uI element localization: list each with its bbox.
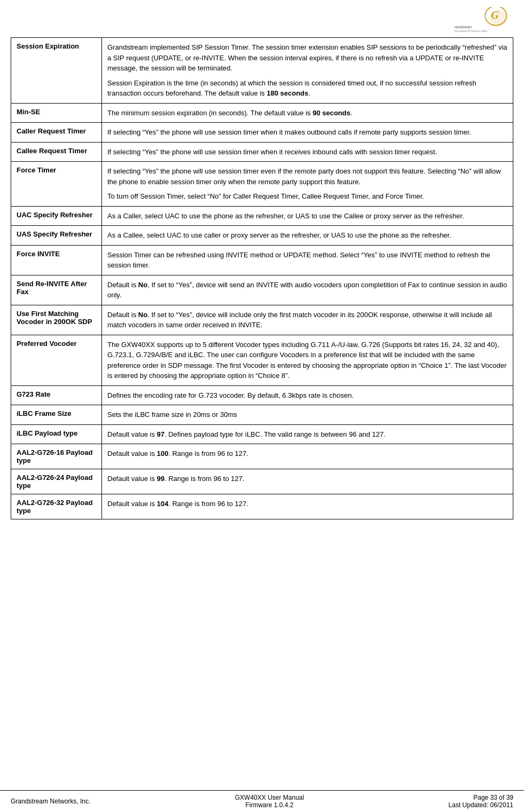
- table-row: UAS Specify RefresherAs a Callee, select…: [11, 226, 513, 246]
- table-row: Caller Request TimerIf selecting “Yes” t…: [11, 123, 513, 143]
- content-area: Session ExpirationGrandstream implemente…: [0, 37, 524, 785]
- row-label: UAS Specify Refresher: [11, 226, 102, 246]
- row-description: The minimum session expiration (in secon…: [102, 103, 513, 123]
- table-row: Force INVITESession Timer can be refresh…: [11, 245, 513, 275]
- page-wrapper: G randstream Innovative IP Voice & Video…: [0, 0, 524, 812]
- footer-manual: GXW40XX User Manual: [235, 794, 304, 801]
- description-paragraph: Default is No. If set to “Yes”, device w…: [107, 310, 507, 330]
- row-label: iLBC Frame Size: [11, 405, 102, 425]
- table-row: Callee Request TimerIf selecting “Yes” t…: [11, 142, 513, 162]
- row-label: Send Re-INVITE After Fax: [11, 275, 102, 305]
- table-row: AAL2-G726-32 Payload typeDefault value i…: [11, 494, 513, 519]
- table-row: iLBC Payload typeDefault value is 97. De…: [11, 424, 513, 444]
- footer-last-updated: Last Updated: 06/2011: [449, 801, 513, 809]
- row-description: Defines the encoding rate for G.723 voco…: [102, 385, 513, 405]
- row-label: Use First Matching Vocoder in 200OK SDP: [11, 305, 102, 335]
- row-description: If selecting “Yes” the phone will use se…: [102, 162, 513, 207]
- footer-page: Page 33 of 39: [449, 794, 513, 801]
- svg-text:G: G: [491, 9, 499, 20]
- row-description: Grandstream implemented SIP Session Time…: [102, 38, 513, 104]
- row-label: Force Timer: [11, 162, 102, 207]
- row-label: iLBC Payload type: [11, 424, 102, 444]
- table-row: iLBC Frame SizeSets the iLBC frame size …: [11, 405, 513, 425]
- description-paragraph: If selecting “Yes” the phone will use se…: [107, 127, 507, 138]
- description-paragraph: Default value is 104. Range is from 96 t…: [107, 499, 507, 509]
- description-paragraph: As a Caller, select UAC to use the phone…: [107, 211, 507, 222]
- row-label: G723 Rate: [11, 385, 102, 405]
- description-paragraph: If selecting “Yes” the phone will use se…: [107, 166, 507, 187]
- description-paragraph: Default value is 99. Range is from 96 to…: [107, 474, 507, 484]
- table-row: AAL2-G726-24 Payload typeDefault value i…: [11, 469, 513, 494]
- table-row: Preferred VocoderThe GXW40XX supports up…: [11, 335, 513, 385]
- table-row: Use First Matching Vocoder in 200OK SDPD…: [11, 305, 513, 335]
- svg-text:Innovative IP Voice & Video: Innovative IP Voice & Video: [455, 29, 487, 33]
- row-description: As a Callee, select UAC to use caller or…: [102, 226, 513, 246]
- table-row: Force TimerIf selecting “Yes” the phone …: [11, 162, 513, 207]
- description-paragraph: As a Callee, select UAC to use caller or…: [107, 230, 507, 241]
- footer-center: GXW40XX User Manual Firmware 1.0.4.2: [235, 794, 304, 809]
- row-label: AAL2-G726-24 Payload type: [11, 469, 102, 494]
- table-row: UAC Specify RefresherAs a Caller, select…: [11, 206, 513, 226]
- description-paragraph: Sets the iLBC frame size in 20ms or 30ms: [107, 409, 507, 420]
- table-row: G723 RateDefines the encoding rate for G…: [11, 385, 513, 405]
- table-row: Session ExpirationGrandstream implemente…: [11, 38, 513, 104]
- row-description: Sets the iLBC frame size in 20ms or 30ms: [102, 405, 513, 425]
- row-description: If selecting “Yes” the phone will use se…: [102, 123, 513, 143]
- description-paragraph: Default is No, If set to “Yes”, device w…: [107, 280, 507, 301]
- grandstream-logo: G randstream Innovative IP Voice & Video: [452, 7, 511, 34]
- description-paragraph: Grandstream implemented SIP Session Time…: [107, 42, 507, 74]
- row-label: Caller Request Timer: [11, 123, 102, 143]
- description-paragraph: Default value is 97. Defines payload typ…: [107, 429, 507, 440]
- description-paragraph: The minimum session expiration (in secon…: [107, 108, 507, 119]
- row-description: Default value is 104. Range is from 96 t…: [102, 494, 513, 519]
- row-label: Preferred Vocoder: [11, 335, 102, 385]
- row-label: Session Expiration: [11, 38, 102, 104]
- footer-company: Grandstream Networks, Inc.: [11, 798, 90, 805]
- description-paragraph: If selecting “Yes” the phone will use se…: [107, 147, 507, 157]
- logo-area: G randstream Innovative IP Voice & Video: [449, 5, 513, 35]
- row-description: Default is No. If set to “Yes”, device w…: [102, 305, 513, 335]
- footer-right: Page 33 of 39 Last Updated: 06/2011: [449, 794, 513, 809]
- table-row: Min-SEThe minimum session expiration (in…: [11, 103, 513, 123]
- row-label: Callee Request Timer: [11, 142, 102, 162]
- settings-table: Session ExpirationGrandstream implemente…: [11, 37, 513, 519]
- row-label: Min-SE: [11, 103, 102, 123]
- description-paragraph: To turn off Session Timer, select “No” f…: [107, 191, 507, 202]
- description-paragraph: Session Timer can be refreshed using INV…: [107, 250, 507, 271]
- row-label: Force INVITE: [11, 245, 102, 275]
- row-description: Default is No, If set to “Yes”, device w…: [102, 275, 513, 305]
- description-paragraph: Default value is 100. Range is from 96 t…: [107, 448, 507, 459]
- svg-text:randstream: randstream: [455, 25, 472, 29]
- description-paragraph: The GXW40XX supports up to 5 different V…: [107, 340, 507, 381]
- row-description: Default value is 99. Range is from 96 to…: [102, 469, 513, 494]
- footer: Grandstream Networks, Inc. GXW40XX User …: [0, 790, 524, 812]
- row-description: Session Timer can be refreshed using INV…: [102, 245, 513, 275]
- table-row: AAL2-G726-16 Payload typeDefault value i…: [11, 444, 513, 469]
- footer-firmware: Firmware 1.0.4.2: [235, 801, 304, 809]
- description-paragraph: Defines the encoding rate for G.723 voco…: [107, 390, 507, 401]
- row-description: The GXW40XX supports up to 5 different V…: [102, 335, 513, 385]
- row-description: As a Caller, select UAC to use the phone…: [102, 206, 513, 226]
- description-paragraph: Session Expiration is the time (in secon…: [107, 78, 507, 99]
- row-description: Default value is 100. Range is from 96 t…: [102, 444, 513, 469]
- row-label: UAC Specify Refresher: [11, 206, 102, 226]
- row-label: AAL2-G726-32 Payload type: [11, 494, 102, 519]
- row-label: AAL2-G726-16 Payload type: [11, 444, 102, 469]
- row-description: Default value is 97. Defines payload typ…: [102, 424, 513, 444]
- table-row: Send Re-INVITE After FaxDefault is No, I…: [11, 275, 513, 305]
- header: G randstream Innovative IP Voice & Video: [0, 0, 524, 37]
- row-description: If selecting “Yes” the phone will use se…: [102, 142, 513, 162]
